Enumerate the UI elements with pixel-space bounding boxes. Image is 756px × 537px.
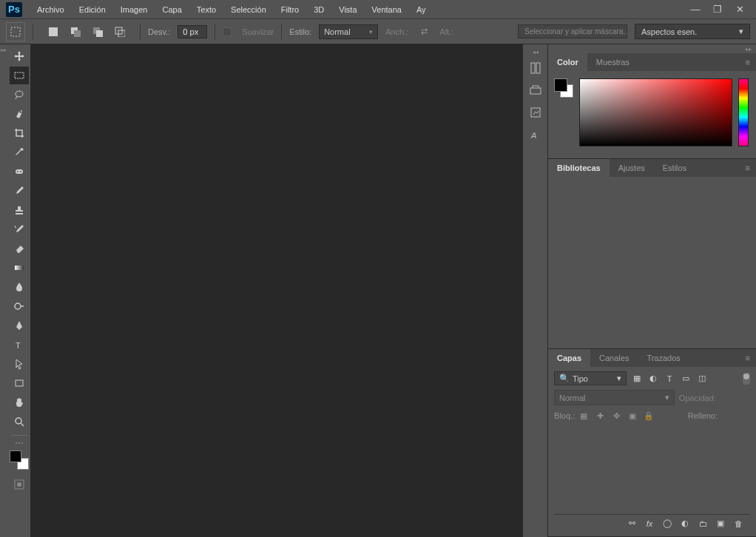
character-panel-icon[interactable]: A — [525, 124, 546, 145]
filter-adjustment-icon[interactable]: ◐ — [647, 373, 659, 385]
tool-rectangle[interactable] — [10, 374, 29, 392]
tab-color[interactable]: Color — [548, 53, 587, 71]
lock-pixels-icon[interactable]: ▦ — [578, 410, 590, 422]
new-group-icon[interactable]: 🗀 — [697, 518, 709, 530]
window-close-button[interactable]: ✕ — [734, 4, 746, 16]
canvas-area[interactable] — [31, 44, 522, 537]
lock-move-icon[interactable]: ✥ — [610, 410, 622, 422]
menu-seleccion[interactable]: Selección — [225, 2, 272, 17]
svg-rect-8 — [15, 72, 24, 78]
menu-texto[interactable]: Texto — [191, 2, 222, 17]
tab-ajustes[interactable]: Ajustes — [610, 159, 654, 177]
tool-path-select[interactable] — [10, 355, 29, 373]
lock-position-icon[interactable]: ✚ — [594, 410, 606, 422]
right-dock-handle[interactable]: ▸▸ — [548, 44, 756, 53]
panel-foreground-swatch[interactable] — [554, 78, 567, 92]
tab-capas[interactable]: Capas — [548, 349, 590, 367]
filter-smart-icon[interactable]: ◫ — [696, 373, 708, 385]
menu-imagen[interactable]: Imagen — [115, 2, 154, 17]
workspace-select[interactable]: Aspectos esen.▾ — [635, 24, 750, 39]
menu-capa[interactable]: Capa — [156, 2, 187, 17]
tool-marquee[interactable] — [10, 67, 29, 84]
tool-quick-select[interactable] — [10, 105, 29, 123]
style-select[interactable]: Normal▾ — [319, 24, 378, 39]
tool-lasso[interactable] — [10, 86, 29, 104]
layer-filter-select[interactable]: 🔍Tipo ▾ — [554, 371, 627, 385]
blend-mode-select[interactable]: Normal▾ — [554, 390, 675, 405]
svg-point-20 — [17, 482, 21, 487]
tool-healing[interactable] — [10, 163, 29, 180]
tool-pen[interactable] — [10, 317, 29, 334]
svg-point-9 — [16, 91, 23, 97]
layers-panel-menu[interactable]: ≡ — [740, 349, 756, 367]
tool-edit-toolbar[interactable] — [12, 440, 27, 446]
filter-shape-icon[interactable]: ▭ — [680, 373, 692, 385]
svg-rect-6 — [115, 27, 122, 34]
selection-new-icon[interactable] — [45, 24, 61, 40]
tab-trazados[interactable]: Trazados — [638, 349, 689, 367]
feather-label: Desv.: — [148, 27, 170, 36]
libs-panel-menu[interactable]: ≡ — [740, 159, 756, 177]
active-tool-indicator[interactable] — [6, 22, 25, 41]
foreground-swatch[interactable] — [10, 450, 21, 462]
tool-type[interactable]: T — [10, 336, 29, 354]
tool-dodge[interactable] — [10, 297, 29, 315]
menu-edicion[interactable]: Edición — [73, 2, 112, 17]
app-logo: Ps — [6, 2, 22, 17]
feather-input[interactable] — [178, 25, 207, 38]
color-panel-menu[interactable]: ≡ — [740, 53, 756, 71]
delete-layer-icon[interactable]: 🗑 — [732, 518, 744, 530]
tool-eyedropper[interactable] — [10, 143, 29, 161]
menu-ventana[interactable]: Ventana — [366, 2, 408, 17]
properties-panel-icon[interactable] — [525, 80, 546, 101]
new-adjustment-icon[interactable]: ◐ — [679, 518, 691, 530]
tool-brush[interactable] — [10, 182, 29, 200]
mid-dock-handle[interactable]: ◂◂ — [523, 47, 547, 56]
color-field[interactable] — [579, 78, 732, 146]
tool-history-brush[interactable] — [10, 220, 29, 238]
link-layers-icon[interactable]: ⚯ — [626, 518, 638, 530]
tool-eraser[interactable] — [10, 240, 29, 257]
hue-slider[interactable] — [738, 78, 749, 146]
tool-gradient[interactable] — [10, 259, 29, 277]
menu-ayuda[interactable]: Ay — [411, 2, 432, 17]
tab-bibliotecas[interactable]: Bibliotecas — [548, 159, 610, 177]
menu-archivo[interactable]: Archivo — [31, 2, 70, 17]
lock-artboard-icon[interactable]: ▣ — [627, 410, 638, 422]
window-minimize-button[interactable]: — — [689, 4, 701, 16]
layer-mask-icon[interactable]: ◯ — [661, 518, 673, 530]
panel-color-swatches[interactable] — [554, 78, 573, 98]
tab-canales[interactable]: Canales — [590, 349, 638, 367]
svg-rect-7 — [118, 30, 125, 37]
filter-pixel-icon[interactable]: ▦ — [631, 373, 643, 385]
menu-filtro[interactable]: Filtro — [275, 2, 305, 17]
selection-add-icon[interactable] — [67, 24, 84, 40]
select-and-mask-button[interactable]: Seleccionar y aplicar máscara... — [518, 24, 627, 38]
tool-quickmask[interactable] — [10, 476, 29, 493]
filter-type-icon[interactable]: T — [664, 373, 675, 385]
selection-intersect-icon[interactable] — [112, 24, 128, 40]
tab-muestras[interactable]: Muestras — [587, 53, 638, 71]
color-swatches[interactable] — [10, 450, 29, 470]
history-panel-icon[interactable] — [525, 58, 546, 78]
tool-crop[interactable] — [10, 124, 29, 142]
tool-zoom[interactable] — [10, 413, 29, 430]
menu-3d[interactable]: 3D — [308, 2, 330, 17]
new-layer-icon[interactable]: ▣ — [715, 518, 726, 530]
menu-vista[interactable]: Vista — [333, 2, 362, 17]
lock-all-icon[interactable]: 🔒 — [643, 410, 655, 422]
selection-subtract-icon[interactable] — [90, 24, 106, 40]
adjustments-panel-icon[interactable] — [525, 102, 546, 123]
layer-fx-icon[interactable]: fx — [644, 518, 655, 530]
tool-hand[interactable] — [10, 394, 29, 411]
filter-toggle[interactable] — [743, 373, 750, 385]
svg-rect-0 — [11, 27, 20, 36]
left-dock-handle[interactable]: ▸▸ — [0, 44, 7, 537]
window-maximize-button[interactable]: ❐ — [712, 4, 723, 16]
svg-rect-19 — [15, 480, 24, 489]
tab-estilos[interactable]: Estilos — [654, 159, 695, 177]
svg-rect-11 — [16, 169, 23, 174]
tool-move[interactable] — [10, 47, 29, 65]
tool-blur[interactable] — [10, 278, 29, 296]
tool-stamp[interactable] — [10, 201, 29, 219]
